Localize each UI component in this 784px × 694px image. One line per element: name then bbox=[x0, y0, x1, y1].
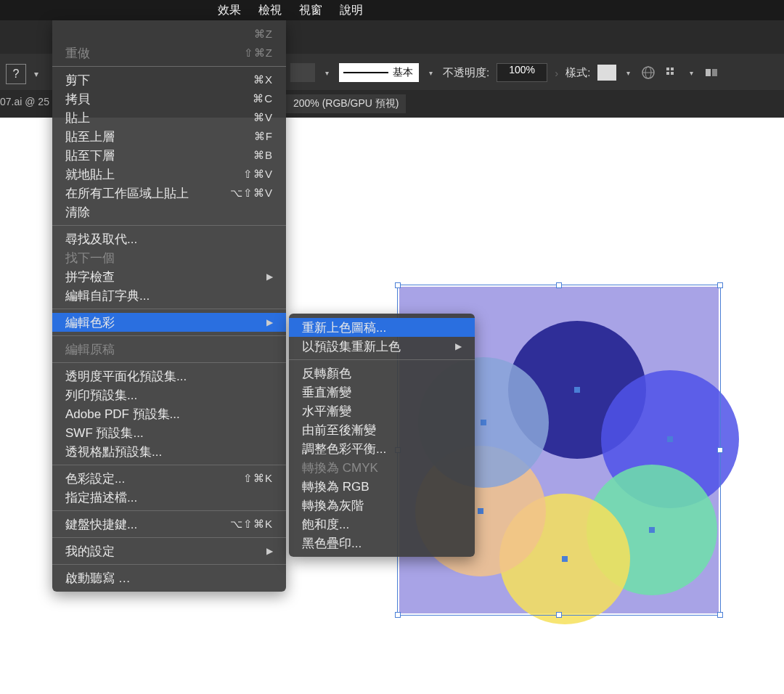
submenu-blend-vertical[interactable]: 垂直漸變 bbox=[289, 383, 475, 401]
menu-item-spellcheck[interactable]: 拼字檢查▶ bbox=[52, 267, 286, 286]
menubar-item[interactable]: 視窗 bbox=[299, 3, 322, 18]
menu-item-paste[interactable]: 貼上⌘V bbox=[52, 108, 286, 127]
submenu-overprint-black[interactable]: 黑色疊印... bbox=[289, 534, 475, 552]
menu-item-paste-front[interactable]: 貼至上層⌘F bbox=[52, 127, 286, 146]
edit-menu: ⌘Z 重做⇧⌘Z 剪下⌘X 拷貝⌘C 貼上⌘V 貼至上層⌘F 貼至下層⌘B 就地… bbox=[52, 20, 286, 592]
center-point bbox=[667, 436, 673, 442]
submenu-to-rgb[interactable]: 轉換為 RGB bbox=[289, 477, 475, 496]
align-icon[interactable] bbox=[663, 65, 679, 81]
document-tab-right[interactable]: 200% (RGB/GPU 預視) bbox=[286, 94, 406, 113]
menu-item-dictation[interactable]: 啟動聽寫 … bbox=[52, 568, 286, 587]
menubar-item[interactable]: 檢視 bbox=[258, 3, 282, 18]
menu-item-pdf-presets[interactable]: Adobe PDF 預設集... bbox=[52, 404, 286, 423]
separator: › bbox=[555, 67, 558, 79]
submenu-recolor-preset[interactable]: 以預設集重新上色▶ bbox=[289, 337, 475, 356]
menu-item-assign-profile[interactable]: 指定描述檔... bbox=[52, 488, 286, 507]
menu-item-paste-all[interactable]: 在所有工作區域上貼上⌥⇧⌘V bbox=[52, 184, 286, 203]
center-point bbox=[649, 527, 655, 533]
globe-icon[interactable] bbox=[640, 65, 656, 81]
submenu-invert[interactable]: 反轉顏色 bbox=[289, 364, 475, 383]
chevron-down-icon[interactable]: ▾ bbox=[624, 69, 633, 77]
svg-rect-3 bbox=[666, 68, 669, 70]
menu-item-edit-original: 編輯原稿 bbox=[52, 340, 286, 359]
center-point bbox=[562, 556, 568, 562]
arrange-icon[interactable] bbox=[703, 65, 719, 81]
menu-item-color-settings[interactable]: 色彩設定...⇧⌘K bbox=[52, 469, 286, 488]
chevron-down-icon[interactable]: ▾ bbox=[687, 69, 696, 77]
stroke-label: 基本 bbox=[393, 66, 413, 79]
menu-item-keyboard-shortcuts[interactable]: 鍵盤快捷鍵...⌥⇧⌘K bbox=[52, 515, 286, 534]
menu-item-copy[interactable]: 拷貝⌘C bbox=[52, 89, 286, 108]
chevron-down-icon[interactable]: ▾ bbox=[426, 69, 436, 77]
svg-rect-4 bbox=[671, 68, 674, 70]
menu-item-undo[interactable]: ⌘Z bbox=[52, 25, 286, 44]
menu-item-paste-back[interactable]: 貼至下層⌘B bbox=[52, 146, 286, 165]
menu-item-redo: 重做⇧⌘Z bbox=[52, 44, 286, 62]
opacity-label: 不透明度: bbox=[443, 66, 489, 80]
help-dropdown-caret[interactable]: ▾ bbox=[28, 64, 45, 84]
style-label: 樣式: bbox=[565, 66, 590, 80]
menubar-item[interactable]: 效果 bbox=[218, 3, 241, 18]
menu-item-swf-presets[interactable]: SWF 預設集... bbox=[52, 423, 286, 442]
center-point bbox=[481, 420, 486, 425]
app-menubar: 效果 檢視 視窗 說明 bbox=[0, 0, 784, 20]
menu-item-find-next: 找下一個 bbox=[52, 248, 286, 267]
center-point bbox=[478, 508, 483, 514]
menu-item-clear[interactable]: 清除 bbox=[52, 203, 286, 221]
fill-swatch[interactable] bbox=[290, 63, 315, 82]
menu-item-edit-colors[interactable]: 編輯色彩▶ bbox=[52, 313, 286, 332]
submenu-blend-horizontal[interactable]: 水平漸變 bbox=[289, 401, 475, 420]
menu-item-print-presets[interactable]: 列印預設集... bbox=[52, 385, 286, 404]
submenu-to-grayscale[interactable]: 轉換為灰階 bbox=[289, 496, 475, 515]
control-bar: ▾ 基本 ▾ 不透明度: 100% › 樣式: ▾ ▾ bbox=[290, 58, 784, 87]
svg-rect-8 bbox=[712, 69, 717, 76]
menu-item-cut[interactable]: 剪下⌘X bbox=[52, 70, 286, 89]
submenu-color-balance[interactable]: 調整色彩平衡... bbox=[289, 439, 475, 458]
submenu-saturate[interactable]: 飽和度... bbox=[289, 515, 475, 534]
chevron-down-icon[interactable]: ▾ bbox=[322, 69, 332, 77]
svg-rect-7 bbox=[706, 69, 711, 76]
menubar-item[interactable]: 說明 bbox=[340, 3, 363, 18]
svg-rect-5 bbox=[666, 72, 669, 75]
svg-rect-6 bbox=[671, 72, 674, 75]
menu-item-transparency-presets[interactable]: 透明度平面化預設集... bbox=[52, 367, 286, 385]
menu-item-my-settings[interactable]: 我的設定▶ bbox=[52, 542, 286, 560]
style-swatch[interactable] bbox=[597, 65, 616, 81]
submenu-to-cmyk: 轉換為 CMYK bbox=[289, 458, 475, 477]
menu-item-custom-dictionary[interactable]: 編輯自訂字典... bbox=[52, 286, 286, 305]
opacity-input[interactable]: 100% bbox=[497, 63, 547, 82]
submenu-recolor-artwork[interactable]: 重新上色圖稿... bbox=[289, 318, 475, 337]
center-point bbox=[574, 387, 580, 393]
stroke-line-icon bbox=[343, 72, 388, 73]
menu-item-paste-place[interactable]: 就地貼上⇧⌘V bbox=[52, 165, 286, 184]
stroke-preset[interactable]: 基本 bbox=[339, 63, 419, 82]
help-icon[interactable]: ? bbox=[6, 64, 26, 84]
document-tab-left[interactable]: 07.ai @ 25 bbox=[0, 96, 49, 107]
menu-item-perspective-presets[interactable]: 透視格點預設集... bbox=[52, 442, 286, 461]
menu-item-find-replace[interactable]: 尋找及取代... bbox=[52, 229, 286, 248]
edit-colors-submenu: 重新上色圖稿... 以預設集重新上色▶ 反轉顏色 垂直漸變 水平漸變 由前至後漸… bbox=[289, 314, 475, 557]
submenu-blend-front-back[interactable]: 由前至後漸變 bbox=[289, 420, 475, 439]
